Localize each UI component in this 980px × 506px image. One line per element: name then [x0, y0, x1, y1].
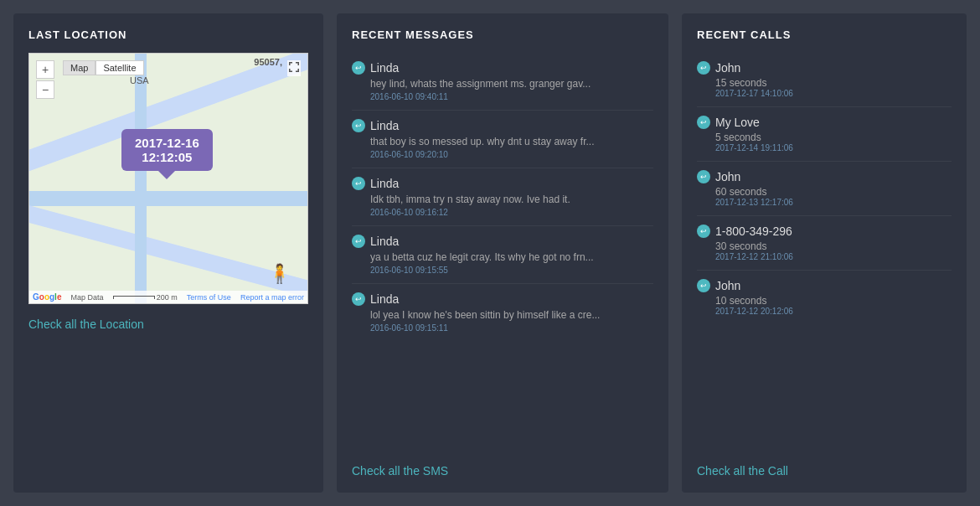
call-duration-0: 15 seconds [697, 77, 952, 89]
sender-icon-1: ↩ [352, 119, 365, 132]
call-contact-2: John [715, 170, 740, 183]
map-type-map[interactable]: Map [63, 60, 95, 75]
call-item[interactable]: ↩ John 15 seconds 2017-12-17 14:10:06 [697, 53, 952, 107]
call-contact-1: My Love [715, 116, 760, 129]
sender-icon-3: ↩ [352, 235, 365, 248]
call-icon-1: ↩ [697, 116, 710, 129]
call-item[interactable]: ↩ John 10 seconds 2017-12-12 20:12:06 [697, 271, 952, 324]
sender-name-3: Linda [370, 235, 399, 248]
map-time: 12:12:05 [135, 150, 199, 164]
call-duration-3: 30 seconds [697, 240, 952, 252]
map-pin: 2017-12-16 12:12:05 [121, 129, 213, 171]
recent-calls-panel: RECENT CALLS ↩ John 15 seconds 2017-12-1… [682, 13, 967, 493]
call-item[interactable]: ↩ My Love 5 seconds 2017-12-14 19:11:06 [697, 107, 952, 162]
call-name-2: ↩ John [697, 170, 952, 183]
map-controls: + − [36, 60, 54, 99]
sender-name-4: Linda [370, 292, 399, 306]
call-contact-3: 1-800-349-296 [715, 225, 792, 238]
sender-icon-4: ↩ [352, 292, 365, 306]
call-icon-3: ↩ [697, 225, 710, 238]
recent-calls-title: RECENT CALLS [697, 28, 952, 41]
last-location-panel: LAST LOCATION 95057, USA 2017-12-16 12:1… [13, 13, 323, 493]
message-item[interactable]: ↩ Linda lol yea I know he's been sittin … [352, 284, 653, 341]
sender-name-2: Linda [370, 177, 399, 190]
message-date-0: 2016-06-10 09:40:11 [352, 92, 653, 101]
message-sender-3: ↩ Linda [352, 235, 653, 248]
recent-messages-panel: RECENT MESSAGES ↩ Linda hey lind, whats … [337, 13, 668, 493]
map-footer: Google Map Data 200 m Terms of Use Repor… [29, 291, 307, 303]
recent-messages-title: RECENT MESSAGES [352, 28, 653, 41]
check-location-link[interactable]: Check all the Location [28, 318, 308, 331]
message-sender-0: ↩ Linda [352, 61, 653, 75]
message-item[interactable]: ↩ Linda hey lind, whats the assignment m… [352, 53, 653, 111]
map-person-icon: 🧍 [268, 263, 291, 285]
sender-icon-2: ↩ [352, 177, 365, 190]
map-date: 2017-12-16 [135, 136, 199, 150]
message-date-2: 2016-06-10 09:16:12 [352, 208, 653, 217]
message-date-4: 2016-06-10 09:15:11 [352, 323, 653, 333]
map-footer-data: Map Data [71, 293, 104, 302]
message-item[interactable]: ↩ Linda ya u betta cuz he legit cray. It… [352, 226, 653, 284]
sender-name-1: Linda [370, 119, 399, 132]
message-text-0: hey lind, whats the assignment ms. grang… [352, 78, 653, 90]
map-footer-terms[interactable]: Terms of Use [187, 293, 231, 302]
call-contact-4: John [715, 279, 740, 292]
message-date-1: 2016-06-10 09:20:10 [352, 150, 653, 159]
message-item[interactable]: ↩ Linda Idk tbh, imma try n stay away no… [352, 168, 653, 226]
messages-list: ↩ Linda hey lind, whats the assignment m… [352, 53, 653, 451]
map-scale-text: 200 m [157, 293, 178, 302]
zoom-in-button[interactable]: + [36, 60, 54, 79]
call-duration-2: 60 seconds [697, 186, 952, 198]
call-name-3: ↩ 1-800-349-296 [697, 225, 952, 238]
map-container: 95057, USA 2017-12-16 12:12:05 + − [28, 53, 308, 304]
sender-icon-0: ↩ [352, 61, 365, 75]
main-container: LAST LOCATION 95057, USA 2017-12-16 12:1… [13, 13, 967, 493]
call-icon-0: ↩ [697, 61, 710, 75]
map-type-buttons: Map Satellite [63, 60, 144, 75]
map-zip: 95057, [254, 57, 282, 67]
call-date-4: 2017-12-12 20:12:06 [697, 307, 952, 316]
call-item[interactable]: ↩ John 60 seconds 2017-12-13 12:17:06 [697, 162, 952, 216]
map-background: 95057, USA 2017-12-16 12:12:05 + − [29, 54, 307, 303]
message-date-3: 2016-06-10 09:15:55 [352, 266, 653, 275]
zoom-out-button[interactable]: − [36, 80, 54, 99]
calls-list: ↩ John 15 seconds 2017-12-17 14:10:06 ↩ … [697, 53, 952, 451]
call-date-3: 2017-12-12 21:10:06 [697, 252, 952, 261]
call-duration-1: 5 seconds [697, 132, 952, 143]
message-text-1: that boy is so messed up. why dnt u stay… [352, 136, 653, 147]
call-date-1: 2017-12-14 19:11:06 [697, 143, 952, 152]
message-text-3: ya u betta cuz he legit cray. Its why he… [352, 251, 653, 263]
message-sender-2: ↩ Linda [352, 177, 653, 190]
message-text-4: lol yea I know he's been sittin by himse… [352, 309, 653, 321]
check-call-link[interactable]: Check all the Call [697, 464, 952, 478]
call-date-0: 2017-12-17 14:10:06 [697, 89, 952, 98]
map-footer-report[interactable]: Report a map error [240, 293, 304, 302]
call-name-4: ↩ John [697, 279, 952, 292]
last-location-title: LAST LOCATION [28, 28, 308, 41]
call-item[interactable]: ↩ 1-800-349-296 30 seconds 2017-12-12 21… [697, 216, 952, 271]
message-text-2: Idk tbh, imma try n stay away now. Ive h… [352, 194, 653, 205]
sender-name-0: Linda [370, 61, 399, 75]
map-scale-bar: 200 m [113, 293, 178, 302]
call-icon-2: ↩ [697, 170, 710, 183]
call-contact-0: John [715, 61, 740, 75]
call-date-2: 2017-12-13 12:17:06 [697, 198, 952, 207]
map-type-satellite[interactable]: Satellite [95, 60, 143, 75]
call-name-0: ↩ John [697, 61, 952, 75]
map-expand-button[interactable] [287, 60, 301, 76]
map-country: USA [130, 75, 149, 85]
map-footer-google: Google [33, 292, 61, 302]
call-icon-4: ↩ [697, 279, 710, 292]
message-sender-1: ↩ Linda [352, 119, 653, 132]
call-name-1: ↩ My Love [697, 116, 952, 129]
call-duration-4: 10 seconds [697, 295, 952, 307]
map-pin-bubble: 2017-12-16 12:12:05 [121, 129, 213, 171]
message-sender-4: ↩ Linda [352, 292, 653, 306]
check-sms-link[interactable]: Check all the SMS [352, 464, 653, 478]
message-item[interactable]: ↩ Linda that boy is so messed up. why dn… [352, 111, 653, 168]
